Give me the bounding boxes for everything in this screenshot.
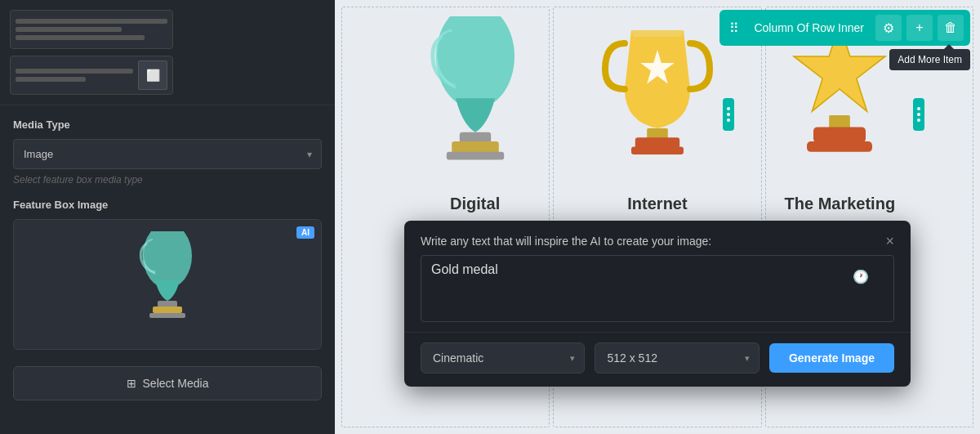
settings-icon: ⚙ — [883, 20, 894, 36]
svg-rect-7 — [446, 152, 503, 160]
size-select-wrap[interactable]: 512 x 512 256 x 256 1024 x 1024 ▾ — [595, 342, 759, 374]
feature-preview: AI — [13, 219, 322, 350]
trophy-gold-svg — [592, 16, 723, 188]
trophy-1-name: Digital — [450, 195, 500, 213]
media-type-section: Media Type Image Video Icon ▾ Select fea… — [0, 105, 335, 192]
trophy-3-name: The Marketing — [785, 195, 896, 213]
trophy-2-drag-handle[interactable] — [723, 98, 734, 131]
trophy-3-drag-handle[interactable] — [913, 98, 924, 131]
media-type-hint: Select feature box media type — [13, 174, 322, 186]
svg-rect-6 — [452, 141, 499, 153]
add-more-item-tooltip: Add More Item — [889, 49, 970, 70]
column-toolbar: ⠿ Column Of Row Inner ⚙ + 🗑 — [719, 10, 970, 46]
drag-dot — [727, 113, 730, 116]
media-type-select[interactable]: Image Video Icon — [13, 139, 322, 169]
drag-dot — [917, 119, 920, 122]
drag-icon[interactable]: ⠿ — [726, 20, 742, 36]
feature-trophy-preview — [127, 231, 208, 338]
modal-close-button[interactable]: × — [885, 234, 894, 248]
modal-title: Write any text that will inspire the AI … — [421, 235, 711, 248]
modal-footer: Cinematic Realistic Artistic Cartoon ▾ 5… — [404, 332, 911, 387]
svg-rect-9 — [647, 128, 668, 139]
media-type-label: Media Type — [13, 119, 322, 131]
history-icon[interactable]: 🕐 — [853, 269, 869, 284]
style-select[interactable]: Cinematic Realistic Artistic Cartoon — [421, 342, 585, 374]
close-icon: × — [885, 233, 894, 249]
feature-box-section: Feature Box Image AI — [0, 192, 335, 356]
toolbar-label: Column Of Row Inner — [747, 21, 871, 34]
ai-badge: AI — [296, 226, 314, 239]
svg-rect-5 — [459, 132, 490, 143]
trophy-col-1: Digital — [410, 16, 541, 235]
modal-header: Write any text that will inspire the AI … — [404, 221, 911, 248]
media-type-select-wrap[interactable]: Image Video Icon ▾ — [13, 139, 322, 169]
select-media-button[interactable]: ⊞ Select Media — [13, 366, 322, 400]
svg-rect-3 — [149, 313, 185, 318]
select-media-icon: ⊞ — [127, 377, 136, 390]
select-media-label: Select Media — [143, 377, 209, 390]
size-select[interactable]: 512 x 512 256 x 256 1024 x 1024 — [595, 342, 759, 374]
svg-rect-16 — [807, 141, 872, 152]
ai-modal: Write any text that will inspire the AI … — [404, 221, 911, 387]
add-button[interactable]: + — [906, 15, 933, 41]
drag-dot — [917, 113, 920, 116]
main-content: Digital — [335, 0, 980, 434]
sidebar: ⬜ Media Type Image Video Icon ▾ Select f… — [0, 0, 335, 434]
trophy-col-2: Internet — [592, 16, 723, 235]
thumb-2[interactable]: ⬜ — [10, 56, 173, 95]
svg-rect-14 — [830, 115, 851, 128]
delete-button[interactable]: 🗑 — [938, 15, 964, 41]
drag-dot — [917, 107, 920, 110]
trophy-teal-svg — [410, 16, 541, 188]
generate-button[interactable]: Generate Image — [769, 343, 894, 373]
add-icon: + — [915, 20, 923, 35]
textarea-border: Gold medal 🕐 — [421, 255, 894, 322]
thumb-1[interactable] — [10, 10, 173, 49]
trophy-col-3: The Marketing ellence 2021 — [774, 16, 905, 235]
delete-icon: 🗑 — [944, 20, 957, 35]
drag-dot — [727, 119, 730, 122]
svg-rect-15 — [813, 127, 866, 142]
svg-rect-2 — [153, 306, 182, 313]
svg-rect-11 — [631, 146, 684, 154]
thumb-img-icon: ⬜ — [138, 60, 167, 90]
sidebar-thumbnails: ⬜ — [0, 0, 335, 105]
style-select-wrap[interactable]: Cinematic Realistic Artistic Cartoon ▾ — [421, 342, 585, 374]
drag-dot — [727, 107, 730, 110]
feature-box-label: Feature Box Image — [13, 199, 322, 211]
modal-textarea-wrap: Gold medal 🕐 — [404, 248, 911, 332]
settings-button[interactable]: ⚙ — [875, 15, 902, 41]
svg-rect-10 — [635, 137, 679, 148]
ai-prompt-input[interactable]: Gold medal — [431, 262, 884, 311]
trophy-2-name: Internet — [627, 195, 687, 213]
svg-rect-1 — [158, 301, 177, 307]
